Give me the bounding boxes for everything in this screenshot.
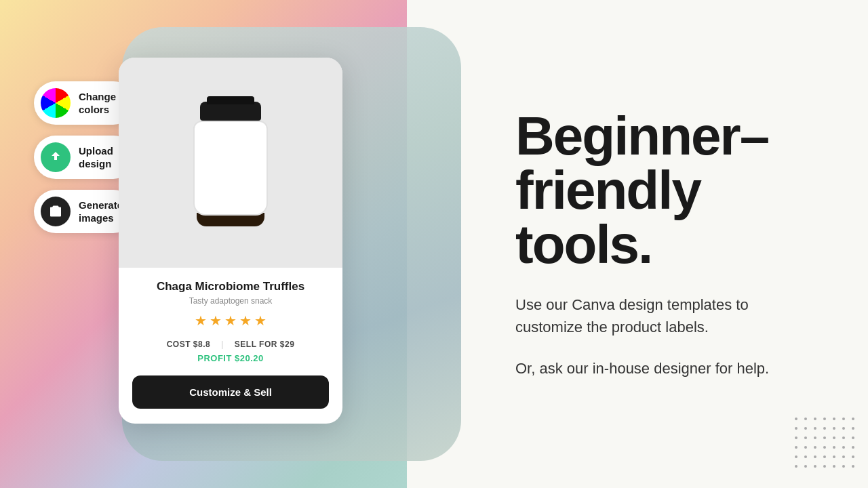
upload-design-label: Uploaddesign [79,144,113,171]
star-rating: ★ ★ ★ ★ ★ [132,312,329,329]
star-5: ★ [254,312,267,329]
jar-lid [200,102,261,121]
card-title: Chaga Microbiome Truffles [132,280,329,293]
generate-images-label: Generateimages [79,199,123,225]
cost-label: COST $8.8 [167,340,211,349]
color-wheel-icon [41,88,71,118]
upload-icon [41,142,71,172]
star-2: ★ [210,312,222,329]
customize-sell-button[interactable]: Customize & Sell [132,375,329,409]
headline: Beginner–friendlytools. [515,109,814,272]
card-subtitle: Tasty adaptogen snack [132,296,329,306]
jar-body [193,121,268,216]
right-content: Beginner–friendlytools. Use our Canva de… [461,0,868,488]
star-1: ★ [195,312,207,329]
description-2: Or, ask our in-house designer for help. [515,357,773,380]
star-4: ★ [239,312,252,329]
sell-label: SELL FOR $29 [235,340,294,349]
star-3: ★ [224,312,237,329]
card-image [119,58,342,268]
jar-illustration [190,102,271,224]
pricing-divider: | [221,340,224,349]
change-colors-label: Changecolors [79,90,116,117]
camera-icon [41,197,71,226]
profit-label: PROFIT $20.20 [132,353,329,363]
product-card: Chaga Microbiome Truffles Tasty adaptoge… [119,58,342,424]
pricing-row: COST $8.8 | SELL FOR $29 [132,340,329,349]
card-info: Chaga Microbiome Truffles Tasty adaptoge… [119,268,342,424]
description-1: Use our Canva design templates to custom… [515,293,773,338]
